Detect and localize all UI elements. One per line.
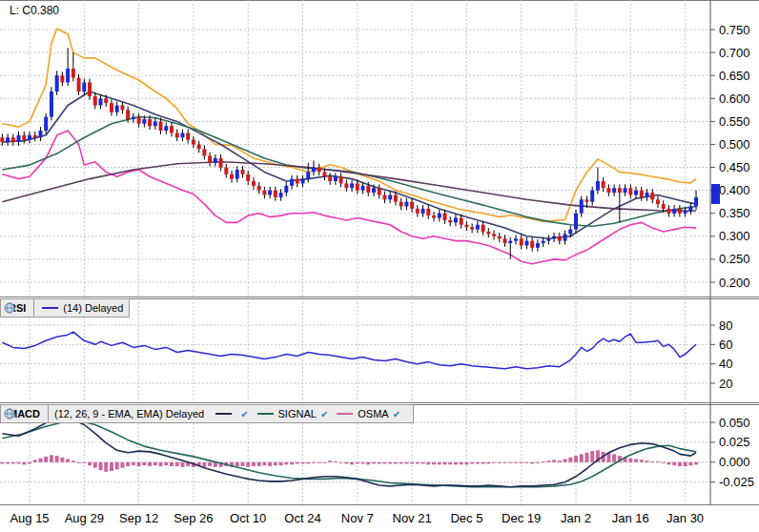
candle-up <box>388 194 392 199</box>
trading-chart-window: 0.7500.7000.6500.6000.5500.5000.4500.400… <box>0 0 759 532</box>
osma-bar <box>558 460 562 462</box>
osma-bar <box>645 460 648 462</box>
candle-down <box>339 176 343 183</box>
macd-checkbox[interactable]: ✔ <box>240 409 248 419</box>
candle-down <box>662 204 666 209</box>
candle-down <box>460 218 463 225</box>
candle-up <box>66 69 70 82</box>
candle-down <box>252 181 256 186</box>
candle-down <box>378 188 381 194</box>
osma-bar <box>650 461 654 462</box>
signal-checkbox[interactable]: ✔ <box>320 409 328 419</box>
candle-down <box>442 214 446 220</box>
candle-up <box>312 168 316 173</box>
y-axis-label: 40 <box>719 357 732 371</box>
candle-up <box>279 193 283 197</box>
x-axis-label: Nov 7 <box>341 511 374 525</box>
osma-bar <box>202 462 206 467</box>
osma-bar <box>88 462 92 465</box>
osma-bar <box>132 462 135 465</box>
osma-bar <box>66 459 70 461</box>
osma-bar <box>339 462 343 463</box>
osma-bar <box>236 462 239 466</box>
candle-down <box>104 98 108 103</box>
candle-up <box>50 92 53 117</box>
osma-label: OSMA <box>358 408 388 419</box>
osma-bar <box>268 462 272 466</box>
osma-bar <box>482 462 485 464</box>
x-axis-label: Oct 24 <box>284 511 320 525</box>
candle-up <box>38 131 42 137</box>
osma-bar <box>404 462 408 464</box>
candle-up <box>98 98 102 105</box>
osma-bar <box>454 462 458 465</box>
y-axis-label: 60 <box>719 338 732 352</box>
osma-bar <box>564 459 567 461</box>
candle-down <box>219 158 223 168</box>
candle-down <box>394 194 398 201</box>
y-axis-label: 0.650 <box>719 69 750 83</box>
candle-down <box>618 188 622 193</box>
y-axis-label: -0.025 <box>719 475 754 489</box>
y-axis-label: 0.250 <box>719 252 750 266</box>
candle-up <box>514 238 518 240</box>
candle-down <box>470 227 474 229</box>
osma-bar <box>400 462 403 464</box>
osma-bar <box>284 462 288 465</box>
candle-up <box>552 236 556 238</box>
osma-bar <box>306 462 310 464</box>
osma-bar <box>159 462 163 466</box>
osma-bar <box>257 462 261 466</box>
candle-down <box>498 236 502 238</box>
candle-up <box>142 119 146 124</box>
candle-down <box>93 96 97 106</box>
candle-up <box>164 126 168 131</box>
y-axis-label: 0.300 <box>719 229 750 243</box>
x-axis-label: Aug 15 <box>10 511 49 525</box>
overlay-lines-group <box>2 29 696 264</box>
osma-bar <box>28 462 31 464</box>
osma-bar <box>328 460 332 462</box>
candle-down <box>208 156 212 163</box>
price-candlestick-panel[interactable]: 0.7500.7000.6500.6000.5500.5000.4500.400… <box>0 0 759 298</box>
candle-down <box>296 179 299 184</box>
candle-up <box>645 193 648 197</box>
osma-bar <box>60 458 64 462</box>
osma-bar <box>246 462 250 467</box>
osma-bar <box>520 462 523 463</box>
osma-bar <box>361 462 365 464</box>
osma-bar <box>568 458 572 462</box>
candle-down <box>0 137 4 142</box>
candle-up <box>546 238 550 240</box>
candle-down <box>322 172 326 176</box>
osma-bar <box>142 462 146 465</box>
candle-up <box>454 218 458 223</box>
osma-bar <box>678 462 682 466</box>
osma-bar <box>77 462 81 463</box>
osma-bar <box>628 459 632 462</box>
candle-up <box>372 188 376 193</box>
candle-down <box>448 220 452 222</box>
osma-bar <box>17 462 21 464</box>
candle-up <box>6 137 10 142</box>
osma-checkbox[interactable]: ✔ <box>393 409 400 419</box>
y-axis-label: 0.050 <box>719 416 750 430</box>
globe-icon[interactable] <box>4 302 15 314</box>
macd-legend-text: (12, 26, 9 - EMA, EMA) Delayed <box>54 408 204 419</box>
osma-histogram-group <box>0 450 698 472</box>
osma-bar <box>44 457 48 462</box>
osma-bar <box>104 462 108 472</box>
x-axis-label: Jan 30 <box>667 511 704 525</box>
osma-bar <box>137 462 141 466</box>
candle-down <box>416 209 420 214</box>
candle-down <box>33 135 37 137</box>
candle-up <box>82 82 86 92</box>
candle-down <box>175 133 179 137</box>
candle-down <box>246 174 250 181</box>
candle-up <box>180 133 184 137</box>
candle-up <box>268 191 272 195</box>
candle-down <box>120 106 124 111</box>
globe-icon[interactable] <box>4 408 15 419</box>
x-axis-label: Aug 29 <box>65 511 104 525</box>
osma-bar <box>464 462 468 465</box>
